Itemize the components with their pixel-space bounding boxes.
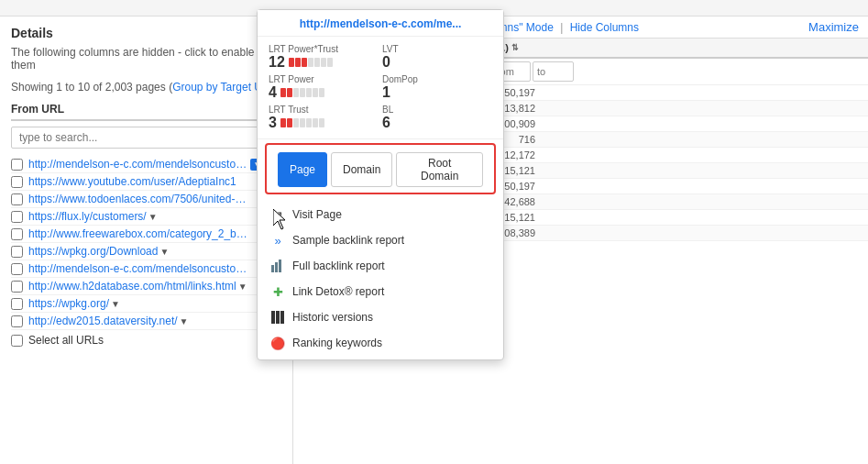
url-checkbox[interactable] <box>11 159 23 171</box>
historic-versions-label: Historic versions <box>292 311 373 324</box>
metric-label: LRT Power*Trust <box>269 44 379 54</box>
bar-indicator <box>280 118 324 127</box>
bar-segment <box>293 88 299 97</box>
bar-segment <box>313 88 318 97</box>
dropdown-arrow-icon[interactable]: ▼ <box>238 282 247 292</box>
url-popup[interactable]: http://mendelson-e-c.com/me... LRT Power… <box>257 9 504 360</box>
list-item: http://mendelson-e-c.com/mendelsoncustom… <box>11 260 281 278</box>
plus-icon: ✚ <box>270 284 285 299</box>
dropdown-arrow-icon[interactable]: ▼ <box>159 247 169 257</box>
bar-segment <box>300 118 305 127</box>
popup-url-link[interactable]: http://mendelson-e-c.com/me... <box>269 17 492 30</box>
link-detox-label: Link Detox® report <box>292 285 384 298</box>
metric-lrt-trust: LRT Trust 3 <box>269 105 379 131</box>
metric-lrt-power: LRT Power 4 <box>269 74 379 101</box>
metric-label: BL <box>382 105 492 115</box>
svg-rect-3 <box>271 311 275 324</box>
bar-segment <box>321 58 326 67</box>
metric-label: LVT <box>382 44 492 54</box>
url-link[interactable]: https://flux.ly/customers/ <box>28 210 147 223</box>
list-item: http://mendelson-e-c.com/mendelsoncustom… <box>11 156 281 173</box>
bar-segment <box>289 58 294 67</box>
bar-segment <box>293 118 299 127</box>
bar-segment <box>300 88 305 97</box>
url-checkbox[interactable] <box>11 211 23 223</box>
full-backlink-label: Full backlink report <box>292 260 385 272</box>
svg-rect-0 <box>271 265 274 272</box>
popup-tabs: Page Domain Root Domain <box>265 143 496 194</box>
url-checkbox[interactable] <box>11 263 23 275</box>
list-item: https://wpkg.org/ ▼ <box>11 295 281 313</box>
svg-rect-1 <box>275 262 278 272</box>
url-checkbox[interactable] <box>11 246 23 258</box>
url-checkbox[interactable] <box>11 281 23 293</box>
bar-segment <box>287 88 292 97</box>
dropdown-arrow-icon[interactable]: ▼ <box>111 299 120 309</box>
search-input[interactable] <box>11 127 281 149</box>
select-all-checkbox[interactable] <box>11 335 23 347</box>
full-backlink-item[interactable]: Full backlink report <box>258 253 503 279</box>
url-checkbox[interactable] <box>11 298 23 310</box>
url-link[interactable]: http://edw2015.dataversity.net/ <box>28 315 178 327</box>
bar-segment <box>308 58 313 67</box>
url-link[interactable]: https://www.youtube.com/user/AdeptiaInc1 <box>28 175 236 188</box>
sample-backlink-label: Sample backlink report <box>292 234 404 247</box>
external-link-icon: ↗ <box>270 207 285 222</box>
url-link[interactable]: https://wpkg.org/Download <box>28 245 158 258</box>
metric-label: DomPop <box>382 74 492 84</box>
url-link[interactable]: http://www.h2database.com/html/links.htm… <box>28 280 236 293</box>
historic-versions-item[interactable]: Historic versions <box>258 304 503 330</box>
metric-value: 3 <box>269 115 379 131</box>
sample-backlink-item[interactable]: » Sample backlink report <box>258 227 503 253</box>
popup-tab-page[interactable]: Page <box>278 152 327 187</box>
bar-segment <box>319 118 324 127</box>
metric-value: 1 <box>382 84 492 101</box>
hidden-columns-note: The following columns are hidden - click… <box>11 46 281 72</box>
list-item: https://flux.ly/customers/ ▼ <box>11 208 281 226</box>
bar-segment <box>295 58 301 67</box>
metric-bl: BL 6 <box>382 105 492 131</box>
range-to-input[interactable] <box>533 61 574 82</box>
dropdown-arrow-icon[interactable]: ▼ <box>180 316 189 326</box>
bar-segment <box>313 118 318 127</box>
ranking-keywords-label: Ranking keywords <box>292 337 382 349</box>
bar-segment <box>327 58 333 67</box>
dropdown-arrow-icon[interactable]: ▼ <box>148 212 158 222</box>
url-link[interactable]: http://www.freewarebox.com/category_2_bu… <box>28 227 248 240</box>
bar-segment <box>306 118 312 127</box>
svg-rect-2 <box>279 260 281 272</box>
metric-lrt-power-trust: LRT Power*Trust 12 <box>269 44 379 71</box>
url-checkbox[interactable] <box>11 176 23 188</box>
list-item: https://wpkg.org/Download ▼ <box>11 243 281 260</box>
hide-columns-link[interactable]: Hide Columns <box>570 21 639 34</box>
link-detox-item[interactable]: ✚ Link Detox® report <box>258 279 503 304</box>
url-link[interactable]: http://mendelson-e-c.com/mendelsoncustom… <box>28 262 248 275</box>
section-title: Details <box>11 26 281 40</box>
bar-segment <box>306 88 312 97</box>
list-item: https://www.todoenlaces.com/7506/united-… <box>11 191 281 208</box>
select-all-urls[interactable]: Select all URLs <box>11 330 281 350</box>
sort-icon[interactable]: ⇅ <box>511 43 519 52</box>
url-checkbox[interactable] <box>11 228 23 240</box>
url-checkbox[interactable] <box>11 193 23 205</box>
url-link[interactable]: https://www.todoenlaces.com/7506/united-… <box>28 193 248 205</box>
maximize-link[interactable]: Maximize <box>808 20 859 34</box>
metric-lvt: LVT 0 <box>382 44 492 71</box>
visit-page-item[interactable]: ↗ Visit Page <box>258 202 503 227</box>
left-panel: Details The following columns are hidden… <box>0 17 293 464</box>
popup-tab-domain[interactable]: Domain <box>331 152 392 187</box>
showing-text: Showing 1 to 10 of 2,003 pages (Group by… <box>11 81 281 94</box>
svg-rect-5 <box>280 311 284 324</box>
popup-tab-root-domain[interactable]: Root Domain <box>396 152 483 187</box>
url-checkbox[interactable] <box>11 315 23 327</box>
bar-segment <box>319 88 324 97</box>
metric-value: 6 <box>382 115 492 131</box>
svg-rect-4 <box>276 311 280 324</box>
metric-value: 12 <box>269 54 379 71</box>
metric-value: 0 <box>382 54 492 71</box>
list-item: https://www.youtube.com/user/AdeptiaInc1 <box>11 173 281 191</box>
metrics-grid: LRT Power*Trust 12 LVT <box>258 37 503 139</box>
ranking-keywords-item[interactable]: 🔴 Ranking keywords <box>258 330 503 356</box>
url-link[interactable]: https://wpkg.org/ <box>28 297 109 310</box>
url-link[interactable]: http://mendelson-e-c.com/mendelsoncustom… <box>28 158 248 171</box>
